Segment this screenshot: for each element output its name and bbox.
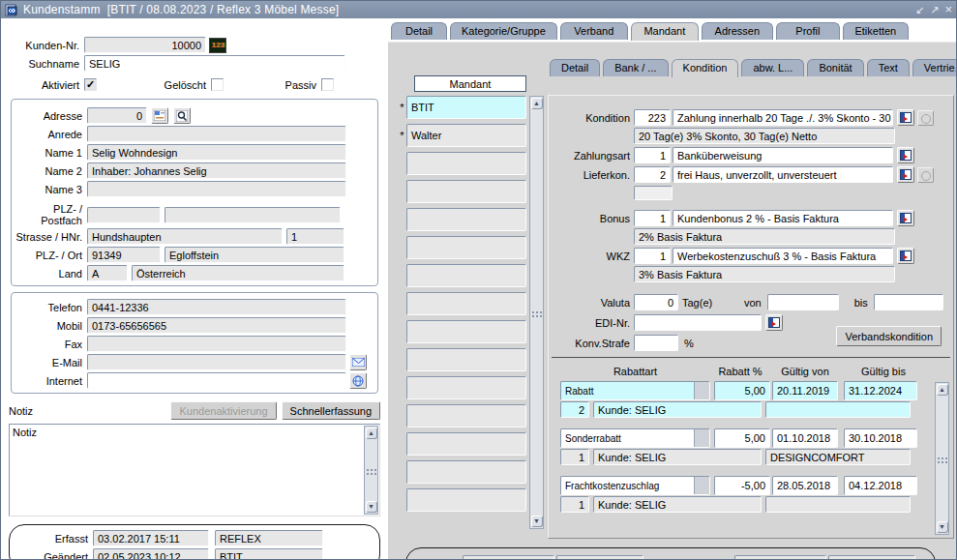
tab-inner-kondition[interactable]: Kondition bbox=[672, 59, 739, 77]
notiz-textarea[interactable]: Notiz ▲ ▼ bbox=[9, 424, 380, 516]
telefon-field[interactable]: 0441-12336 bbox=[87, 299, 346, 315]
internet-field[interactable] bbox=[87, 372, 346, 389]
bonus-code-field[interactable]: 1 bbox=[634, 210, 671, 226]
kondition-code-field[interactable]: 223 bbox=[634, 109, 671, 126]
tab-adressen[interactable]: Adressen bbox=[702, 22, 773, 40]
lieferkondition-lookup-icon[interactable] bbox=[897, 166, 914, 183]
name1-field[interactable]: Selig Wohndesign bbox=[87, 144, 346, 161]
adresse-field[interactable]: 0 bbox=[87, 107, 147, 124]
fax-field[interactable] bbox=[87, 336, 346, 352]
gueltig-bis-field[interactable]: 04.12.2018 bbox=[844, 476, 917, 495]
dropdown-arrow-icon[interactable] bbox=[694, 477, 709, 494]
scroll-down-icon[interactable]: ▼ bbox=[937, 521, 948, 533]
rabatt-row[interactable]: Rabatt 5,00 20.11.2019 31.12.2024 bbox=[560, 381, 953, 400]
scroll-up-icon[interactable]: ▲ bbox=[937, 384, 948, 396]
ort-field[interactable]: Egloffstein bbox=[164, 247, 344, 263]
rabattart-dropdown[interactable]: Rabatt bbox=[560, 381, 710, 400]
bonus-lookup-icon[interactable] bbox=[897, 210, 914, 226]
land-code-field[interactable]: A bbox=[87, 265, 128, 281]
rabatt-prozent-field[interactable]: 5,00 bbox=[714, 381, 770, 400]
tab-detail[interactable]: Detail bbox=[391, 22, 447, 40]
tab-inner-bank[interactable]: Bank / ... bbox=[603, 59, 668, 76]
close-icon[interactable]: × bbox=[944, 3, 952, 16]
rabattart-dropdown[interactable]: Sonderrabatt bbox=[560, 428, 710, 448]
anrede-field[interactable] bbox=[87, 126, 346, 142]
mandant-scrollbar[interactable]: ▲ ▼ bbox=[529, 96, 544, 529]
bonus-text-field[interactable]: Kundenbonus 2 % - Basis Faktura bbox=[673, 210, 893, 226]
tab-mandant[interactable]: Mandant bbox=[631, 22, 699, 41]
scroll-up-icon[interactable]: ▲ bbox=[366, 427, 377, 439]
rabatt-row[interactable]: Frachtkostenzuschlag -5,00 28.05.2018 04… bbox=[560, 476, 953, 495]
tab-etiketten[interactable]: Etiketten bbox=[843, 22, 909, 40]
rabatt-row[interactable]: Sonderrabatt 5,00 01.10.2018 30.10.2018 bbox=[560, 428, 953, 448]
restore-icon[interactable]: ↗ bbox=[930, 3, 939, 16]
geloescht-checkbox[interactable] bbox=[211, 78, 224, 91]
tab-verband[interactable]: Verband bbox=[560, 22, 628, 40]
gueltig-von-field[interactable]: 01.10.2018 bbox=[772, 428, 838, 448]
address-edit-icon[interactable] bbox=[151, 107, 168, 124]
mandant-value[interactable]: Walter bbox=[406, 124, 526, 147]
mandant-row-btit[interactable]: * BTIT bbox=[398, 96, 528, 119]
name3-field[interactable] bbox=[87, 181, 346, 197]
gueltig-von-field[interactable]: 28.05.2018 bbox=[772, 476, 838, 495]
tab-kategorie-gruppe[interactable]: Kategorie/Gruppe bbox=[450, 22, 557, 40]
scroll-down-icon[interactable]: ▼ bbox=[531, 516, 543, 527]
rabatt-prozent-field[interactable]: 5,00 bbox=[714, 428, 770, 448]
dropdown-arrow-icon[interactable] bbox=[694, 429, 709, 447]
plz-postfach-field1[interactable] bbox=[87, 207, 161, 223]
kunden-nr-field[interactable]: 10000 bbox=[84, 37, 206, 53]
valuta-von-field[interactable] bbox=[767, 294, 839, 310]
rabatt-prozent-field[interactable]: -5,00 bbox=[714, 476, 770, 495]
number-lookup-icon[interactable]: 123 bbox=[209, 38, 226, 53]
mobil-field[interactable]: 0173-65656565 bbox=[87, 317, 346, 334]
globe-icon[interactable] bbox=[349, 372, 367, 389]
lieferkondition-text-field[interactable]: frei Haus, unverzollt, unversteuert bbox=[673, 166, 893, 183]
schnellerfassung-button[interactable]: Schnellerfassung bbox=[282, 401, 380, 420]
scroll-down-icon[interactable]: ▼ bbox=[366, 501, 377, 513]
valuta-bis-field[interactable] bbox=[874, 294, 943, 310]
mandant-row-walter[interactable]: * Walter bbox=[398, 124, 528, 147]
zahlungsart-lookup-icon[interactable] bbox=[897, 147, 914, 163]
valuta-field[interactable]: 0 bbox=[634, 294, 678, 310]
wkz-lookup-icon[interactable] bbox=[897, 248, 914, 264]
kondition-text-field[interactable]: Zahlung innerhalb 20 Tage ./. 3% Skonto … bbox=[673, 109, 893, 126]
tab-inner-detail[interactable]: Detail bbox=[550, 59, 600, 76]
tab-inner-text[interactable]: Text bbox=[867, 59, 910, 76]
notiz-scrollbar[interactable]: ▲ ▼ bbox=[364, 426, 378, 515]
tab-inner-bonitaet[interactable]: Bonität bbox=[807, 59, 863, 76]
tab-profil[interactable]: Profil bbox=[776, 22, 840, 40]
gueltig-bis-field[interactable]: 30.10.2018 bbox=[844, 428, 917, 448]
strasse-field[interactable]: Hundshaupten bbox=[87, 228, 283, 245]
gueltig-von-field[interactable]: 20.11.2019 bbox=[772, 381, 838, 400]
tab-inner-abw-l[interactable]: abw. L... bbox=[741, 59, 804, 76]
scroll-grip[interactable] bbox=[536, 311, 538, 313]
plz-postfach-field2[interactable] bbox=[164, 207, 341, 223]
scroll-grip[interactable] bbox=[942, 457, 943, 459]
rabattart-dropdown[interactable]: Frachtkostenzuschlag bbox=[560, 476, 710, 495]
mail-icon[interactable] bbox=[349, 354, 367, 370]
konvstrafe-field[interactable] bbox=[634, 335, 678, 351]
lieferkondition-code-field[interactable]: 2 bbox=[634, 166, 671, 183]
email-field[interactable] bbox=[87, 354, 346, 370]
dropdown-arrow-icon[interactable] bbox=[694, 382, 709, 399]
verbandskondition-button[interactable]: Verbandskondition bbox=[836, 326, 942, 346]
tab-inner-vertrieb[interactable]: Vertrie... bbox=[912, 59, 957, 76]
minimize-icon[interactable]: ↙ bbox=[915, 3, 924, 16]
name2-field[interactable]: Inhaber: Johannes Selig bbox=[87, 162, 346, 179]
address-search-icon[interactable] bbox=[173, 107, 191, 124]
rabatt-scrollbar[interactable]: ▲ ▼ bbox=[935, 382, 949, 535]
aktiviert-checkbox[interactable]: ✓ bbox=[84, 78, 97, 91]
zahlungsart-text-field[interactable]: Banküberweisung bbox=[673, 147, 893, 163]
gueltig-bis-field[interactable]: 31.12.2024 bbox=[844, 381, 917, 400]
passiv-checkbox[interactable] bbox=[321, 78, 334, 91]
kondition-lookup-icon[interactable] bbox=[897, 109, 914, 126]
edi-lookup-icon[interactable] bbox=[765, 314, 783, 331]
wkz-code-field[interactable]: 1 bbox=[634, 248, 671, 264]
edi-nr-field[interactable] bbox=[634, 314, 762, 331]
wkz-text-field[interactable]: Werbekostenzuschuß 3 % - Basis Faktura bbox=[673, 248, 893, 264]
land-name-field[interactable]: Österreich bbox=[132, 265, 344, 281]
zahlungsart-code-field[interactable]: 1 bbox=[634, 147, 671, 163]
scroll-up-icon[interactable]: ▲ bbox=[531, 98, 543, 109]
hausnummer-field[interactable]: 1 bbox=[286, 228, 344, 245]
scroll-grip[interactable] bbox=[371, 469, 373, 471]
